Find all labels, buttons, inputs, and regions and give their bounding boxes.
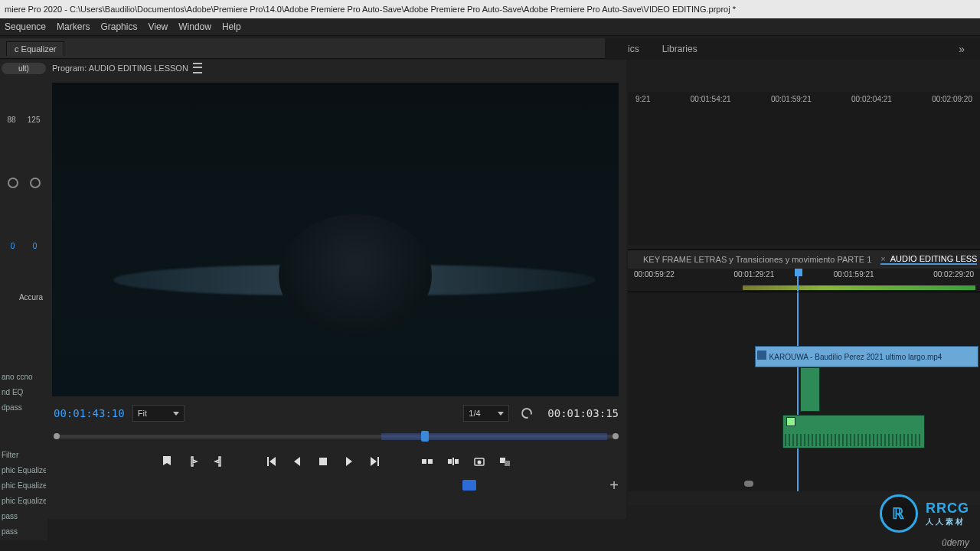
meter-value-left: 88 <box>8 116 16 124</box>
list-item[interactable]: pass <box>2 510 46 523</box>
sequence-tab[interactable]: KEY FRAME LETRAS y Transiciones y movimi… <box>643 255 871 264</box>
svg-rect-5 <box>452 458 454 465</box>
go-to-in-button[interactable] <box>263 454 279 469</box>
playhead-icon[interactable] <box>421 431 429 442</box>
menu-markers[interactable]: Markers <box>57 21 90 32</box>
timeline-zoom-scroll[interactable] <box>658 481 965 487</box>
ruler-tick: 00:00:59:22 <box>634 270 675 279</box>
timeline-panel: KEY FRAME LETRAS y Transiciones y movimi… <box>628 249 980 505</box>
list-item[interactable]: ano ccno <box>2 370 46 384</box>
effects-tab-strip: c Equalizer × <box>0 38 628 59</box>
list-item[interactable]: pass <box>2 525 46 539</box>
svg-rect-0 <box>319 458 327 465</box>
timeline-playhead[interactable] <box>797 269 799 292</box>
watermark-udemy: ûdemy <box>942 537 969 548</box>
ruler-tick: 00:01:59:21 <box>771 95 812 103</box>
svg-point-7 <box>478 461 482 465</box>
tab-close-icon[interactable]: × <box>880 254 885 263</box>
watermark-logo-icon: ℝ <box>880 494 918 533</box>
add-marker-button[interactable] <box>159 454 175 469</box>
audio-waveform <box>785 434 923 446</box>
sequence-tabs: KEY FRAME LETRAS y Transiciones y movimi… <box>628 250 980 269</box>
menu-graphics[interactable]: Graphics <box>100 21 137 32</box>
zoom-fit-value: Fit <box>138 409 147 418</box>
menu-help[interactable]: Help <box>222 21 241 32</box>
export-frame-button[interactable] <box>472 454 487 469</box>
mark-out-button[interactable] <box>211 454 227 469</box>
sequence-tab-active[interactable]: ×AUDIO EDITING LESS <box>880 254 977 265</box>
value-zero[interactable]: 0 <box>11 242 15 250</box>
list-item[interactable]: phic Equalize <box>2 479 46 493</box>
step-back-button[interactable] <box>289 454 305 469</box>
knob-icon[interactable] <box>30 178 41 188</box>
ruler-tick: 00:02:09:20 <box>932 95 972 103</box>
resolution-value: 1/4 <box>469 409 480 418</box>
list-item[interactable]: phic Equalize <box>2 464 46 478</box>
svg-rect-4 <box>455 459 459 464</box>
menu-bar: Sequence Markers Graphics View Window He… <box>0 18 980 36</box>
ruler-tick: 00:01:54:21 <box>691 95 731 103</box>
tab-equalizer[interactable]: c Equalizer <box>6 41 64 56</box>
svg-rect-8 <box>500 458 505 463</box>
list-item[interactable]: nd EQ <box>2 386 46 399</box>
step-forward-button[interactable] <box>341 454 357 469</box>
comparison-view-button[interactable] <box>498 454 513 469</box>
overflow-icon[interactable]: » <box>959 43 965 55</box>
zoom-fit-dropdown[interactable]: Fit <box>132 405 185 422</box>
meter-value-right: 125 <box>28 116 41 124</box>
ruler-tick: 00:02:29:20 <box>933 270 974 279</box>
scroll-thumb[interactable] <box>744 481 753 487</box>
program-video-frame[interactable] <box>52 83 619 396</box>
watermark-sub: 人人素材 <box>926 517 969 527</box>
list-item[interactable]: phic Equalize <box>2 494 46 508</box>
filters-list: ano ccno nd EQ dpass Filter phic Equaliz… <box>2 370 46 540</box>
tab-graphics[interactable]: ics <box>628 44 639 54</box>
button-editor-plus-icon[interactable]: + <box>609 477 619 494</box>
in-point-handle[interactable] <box>54 433 60 439</box>
window-titlebar: miere Pro 2020 - C:\Users\Baudilio\Docum… <box>0 0 980 18</box>
clip-fx-icon <box>757 350 766 360</box>
ruler-tick: 00:02:04:21 <box>851 95 892 103</box>
watermark-rrcg: ℝ RRCG 人人素材 <box>880 494 969 533</box>
list-item[interactable]: dpass <box>2 401 46 415</box>
mark-in-button[interactable] <box>185 454 201 469</box>
program-title: Program: AUDIO EDITING LESSON <box>52 64 188 73</box>
playhead-line[interactable] <box>797 292 799 491</box>
out-point-handle[interactable] <box>612 433 619 439</box>
list-item[interactable]: Filter <box>2 448 46 462</box>
value-zero[interactable]: 0 <box>33 242 38 250</box>
timecode-duration: 00:01:03:15 <box>547 407 619 419</box>
resolution-dropdown[interactable]: 1/4 <box>463 405 509 422</box>
audio-clip[interactable] <box>782 415 925 448</box>
sequence-tab-label: AUDIO EDITING LESS <box>890 254 978 263</box>
panel-menu-icon[interactable] <box>193 63 202 73</box>
settings-wrench-icon[interactable] <box>521 408 532 419</box>
source-timeline-ruler[interactable]: 9:21 00:01:54:21 00:01:59:21 00:02:04:21… <box>628 92 980 245</box>
svg-rect-3 <box>448 459 452 464</box>
timeline-ruler[interactable]: 00:00:59:22 00:01:29:21 00:01:59:21 00:0… <box>628 269 980 292</box>
audio-clip-short[interactable] <box>800 367 820 412</box>
toggle-proxies-button[interactable] <box>462 480 476 491</box>
workspace-tabs: ics Libraries » <box>605 38 980 60</box>
video-clip-label: KAROUWA - Baudilio Perez 2021 ultimo lar… <box>769 353 942 361</box>
tab-libraries[interactable]: Libraries <box>662 44 697 54</box>
watermark-brand: RRCG <box>926 500 969 516</box>
svg-rect-1 <box>422 459 426 464</box>
timeline-tracks[interactable]: KAROUWA - Baudilio Perez 2021 ultimo lar… <box>628 292 980 491</box>
lift-button[interactable] <box>420 454 435 469</box>
menu-view[interactable]: View <box>148 21 168 32</box>
menu-window[interactable]: Window <box>178 21 211 32</box>
menu-sequence[interactable]: Sequence <box>5 21 46 32</box>
program-scrubber[interactable] <box>54 429 619 444</box>
video-clip[interactable]: KAROUWA - Baudilio Perez 2021 ultimo lar… <box>755 346 978 367</box>
go-to-out-button[interactable] <box>368 454 383 469</box>
accuracy-label: Accura <box>2 293 46 302</box>
play-stop-button[interactable] <box>315 454 331 469</box>
timecode-current[interactable]: 00:01:43:10 <box>54 407 125 419</box>
knob-icon[interactable] <box>8 178 18 188</box>
extract-button[interactable] <box>446 454 461 469</box>
ruler-tick: 00:01:59:21 <box>834 270 874 279</box>
ruler-tick: 9:21 <box>635 95 650 103</box>
keyframe-icon[interactable] <box>786 417 795 426</box>
svg-rect-2 <box>428 459 433 464</box>
